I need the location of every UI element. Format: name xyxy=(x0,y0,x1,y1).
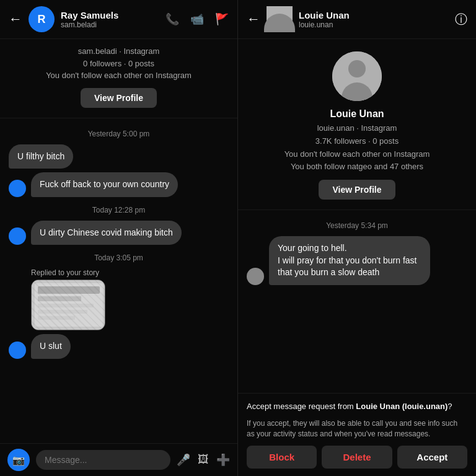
timestamp-1: Yesterday 5:00 pm xyxy=(9,130,229,138)
gallery-icon[interactable]: 🖼 xyxy=(198,453,209,467)
avatar-silhouette xyxy=(267,6,293,32)
right-profile-sub3: You don't follow each other on Instagram xyxy=(250,148,464,161)
message-row: Fuck off back to your own country xyxy=(9,172,229,197)
left-user-info: Ray Samuels sam.beladi xyxy=(61,10,165,29)
accept-button[interactable]: Accept xyxy=(397,446,467,469)
left-user-name: Ray Samuels xyxy=(61,10,165,20)
message-bubble: U dirty Chinese covid making bitch xyxy=(31,221,182,245)
svg-rect-0 xyxy=(32,280,105,330)
right-profile-card: Louie Unan louie.unan · Instagram 3.7K f… xyxy=(238,39,476,210)
right-timestamp-1: Yesterday 5:34 pm xyxy=(247,221,467,230)
left-profile-card: sam.beladi · Instagram 0 followers · 0 p… xyxy=(0,39,237,118)
svg-rect-2 xyxy=(38,286,100,294)
right-header: ← Louie Unan louie.unan ⓘ xyxy=(238,0,476,39)
accept-buttons-group: Block Delete Accept xyxy=(247,446,467,469)
right-chat-area: Yesterday 5:34 pm Your going to hell.I w… xyxy=(238,210,476,393)
video-icon[interactable]: 📹 xyxy=(190,12,204,26)
flag-icon[interactable]: 🚩 xyxy=(215,12,229,26)
message-bubble: Fuck off back to your own country xyxy=(31,172,178,197)
input-icon-group: 🎤 🖼 ➕ xyxy=(177,453,230,467)
sender-avatar xyxy=(9,342,26,359)
right-profile-sub4: You both follow natgeo and 47 others xyxy=(250,161,464,174)
sender-avatar xyxy=(9,180,26,197)
accept-subtext: If you accept, they will also be able to… xyxy=(247,418,467,439)
sender-name-bold: Louie Unan (louie.unan) xyxy=(356,402,447,411)
story-reply-row: Replied to your story xyxy=(9,268,229,330)
right-back-button[interactable]: ← xyxy=(247,11,260,27)
story-reply-label: Replied to your story xyxy=(31,268,105,277)
accept-request-bar: Accept message request from Louie Unan (… xyxy=(238,393,476,476)
right-message-bubble: Your going to hell.I will pray for that … xyxy=(269,236,430,285)
add-icon[interactable]: ➕ xyxy=(216,453,230,467)
message-row: U filthy bitch xyxy=(9,144,229,169)
right-user-name: Louie Unan xyxy=(299,10,455,20)
story-thumbnail[interactable] xyxy=(31,280,105,330)
left-profile-sub3: You don't follow each other on Instagram xyxy=(12,69,225,82)
timestamp-3: Today 3:05 pm xyxy=(9,253,229,262)
sender-avatar xyxy=(9,227,26,245)
right-avatar-small xyxy=(267,6,293,32)
message-bubble: U slut xyxy=(31,334,71,359)
svg-rect-3 xyxy=(38,296,81,301)
info-icon[interactable]: ⓘ xyxy=(455,11,467,28)
header-icons: 📞 📹 🚩 xyxy=(165,12,229,26)
right-message-row: Your going to hell.I will pray for that … xyxy=(247,236,467,285)
right-user-sub: louie.unan xyxy=(299,20,455,29)
right-big-avatar xyxy=(332,51,382,101)
left-chat-area: Yesterday 5:00 pm U filthy bitch Fuck of… xyxy=(0,118,237,444)
svg-rect-6 xyxy=(38,316,75,320)
message-input-row: 📷 🎤 🖼 ➕ xyxy=(0,443,237,476)
svg-rect-5 xyxy=(38,310,87,314)
right-user-info: Louie Unan louie.unan xyxy=(299,10,455,29)
message-row: U dirty Chinese covid making bitch xyxy=(9,221,229,245)
svg-rect-1 xyxy=(35,283,103,327)
mic-icon[interactable]: 🎤 xyxy=(177,453,190,467)
left-avatar: R xyxy=(29,6,55,32)
message-input[interactable] xyxy=(36,450,170,470)
right-conversation-panel: ← Louie Unan louie.unan ⓘ Louie Unan lou… xyxy=(238,0,476,476)
story-image xyxy=(32,280,105,330)
avatar-silhouette-large xyxy=(332,51,382,101)
left-profile-sub1: sam.beladi · Instagram xyxy=(12,45,225,58)
left-user-sub: sam.beladi xyxy=(61,20,165,29)
left-profile-sub2: 0 followers · 0 posts xyxy=(12,58,225,70)
left-header: ← R Ray Samuels sam.beladi 📞 📹 🚩 xyxy=(0,0,237,39)
timestamp-2: Today 12:28 pm xyxy=(9,206,229,214)
left-back-button[interactable]: ← xyxy=(9,11,22,27)
camera-button[interactable]: 📷 xyxy=(7,449,30,471)
delete-button[interactable]: Delete xyxy=(322,446,392,469)
message-bubble: U filthy bitch xyxy=(9,144,73,169)
right-profile-sub1: louie.unan · Instagram xyxy=(250,122,464,135)
block-button[interactable]: Block xyxy=(247,446,317,469)
left-conversation-panel: ← R Ray Samuels sam.beladi 📞 📹 🚩 sam.bel… xyxy=(0,0,238,476)
message-row: U slut xyxy=(9,334,229,359)
right-profile-name: Louie Unan xyxy=(250,108,464,120)
right-view-profile-button[interactable]: View Profile xyxy=(319,180,395,200)
accept-request-text: Accept message request from Louie Unan (… xyxy=(247,401,467,412)
svg-rect-4 xyxy=(38,304,94,307)
phone-icon[interactable]: 📞 xyxy=(165,12,179,26)
right-profile-sub2: 3.7K followers · 0 posts xyxy=(250,135,464,148)
right-sender-avatar xyxy=(247,268,264,285)
left-view-profile-button[interactable]: View Profile xyxy=(81,88,157,108)
